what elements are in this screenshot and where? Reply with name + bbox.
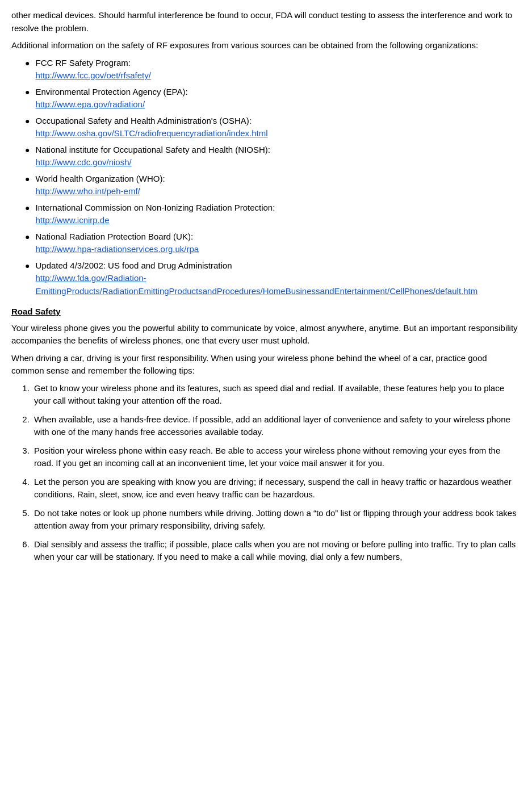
list-item: Get to know your wireless phone and its … (32, 382, 521, 408)
org-link-5[interactable]: http://www.icnirp.de (35, 215, 109, 225)
list-item: World health Organization (WHO): http://… (25, 173, 521, 198)
list-item: International Commission on Non-Ionizing… (25, 202, 521, 227)
org-label-7: Updated 4/3/2002: US food and Drug Admin… (35, 261, 232, 270)
org-link-7[interactable]: http://www.fda.gov/Radiation-EmittingPro… (35, 273, 477, 296)
org-label-2: Occupational Safety and Health Administr… (35, 116, 252, 125)
list-item: Dial sensibly and assess the traffic; if… (32, 538, 521, 564)
list-item: Environmental Protection Agency (EPA): h… (25, 86, 521, 111)
org-link-2[interactable]: http://www.osha.gov/SLTC/radiofrequencyr… (35, 128, 267, 138)
road-safety-heading: Road Safety (11, 305, 521, 319)
intro-para2: Additional information on the safety of … (11, 39, 521, 52)
org-list: FCC RF Safety Program: http://www.fcc.go… (25, 57, 521, 298)
org-label-5: International Commission on Non-Ionizing… (35, 203, 275, 212)
org-label-0: FCC RF Safety Program: (35, 58, 131, 68)
org-label-6: National Radiation Protection Board (UK)… (35, 232, 193, 241)
org-link-4[interactable]: http://www.who.int/peh-emf/ (35, 186, 140, 196)
tip-4: Do not take notes or look up phone numbe… (34, 507, 521, 533)
tip-0: Get to know your wireless phone and its … (34, 382, 521, 408)
org-label-1: Environmental Protection Agency (EPA): (35, 87, 187, 97)
road-safety-para1: Your wireless phone gives you the powerf… (11, 322, 521, 347)
tip-5: Dial sensibly and assess the traffic; if… (34, 538, 521, 564)
org-link-3[interactable]: http://www.cdc.gov/niosh/ (35, 157, 131, 167)
list-item: Updated 4/3/2002: US food and Drug Admin… (25, 259, 521, 298)
org-link-0[interactable]: http://www.fcc.gov/oet/rfsafety/ (35, 70, 150, 80)
road-safety-para2: When driving a car, driving is your firs… (11, 352, 521, 378)
list-item: When available, use a hands-free device.… (32, 413, 521, 439)
tip-3: Let the person you are speaking with kno… (34, 476, 521, 501)
list-item: National Radiation Protection Board (UK)… (25, 231, 521, 256)
tip-2: Position your wireless phone within easy… (34, 445, 521, 470)
list-item: Position your wireless phone within easy… (32, 445, 521, 470)
tips-list: Get to know your wireless phone and its … (32, 382, 521, 564)
list-item: Let the person you are speaking with kno… (32, 476, 521, 501)
intro-para1: other medical devices. Should harmful in… (11, 9, 521, 35)
list-item: Do not take notes or look up phone numbe… (32, 507, 521, 533)
org-label-4: World health Organization (WHO): (35, 174, 165, 183)
org-link-6[interactable]: http://www.hpa-radiationservices.org.uk/… (35, 244, 199, 254)
tip-1: When available, use a hands-free device.… (34, 413, 521, 439)
list-item: Occupational Safety and Health Administr… (25, 115, 521, 140)
org-label-3: National institute for Occupational Safe… (35, 145, 270, 154)
list-item: National institute for Occupational Safe… (25, 144, 521, 169)
org-link-1[interactable]: http://www.epa.gov/radiation/ (35, 99, 145, 109)
list-item: FCC RF Safety Program: http://www.fcc.go… (25, 57, 521, 82)
